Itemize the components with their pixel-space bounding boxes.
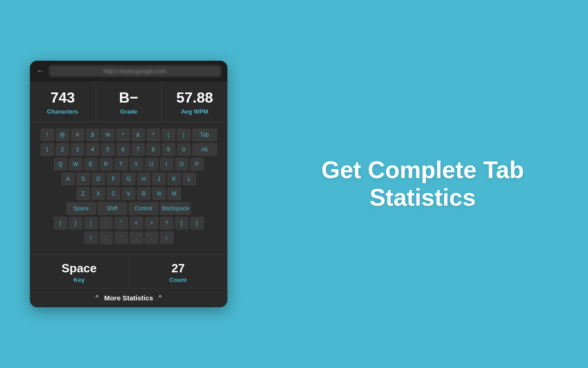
key-s[interactable]: S xyxy=(76,172,90,185)
grade-value: B− xyxy=(101,90,157,106)
key-control[interactable]: Control xyxy=(129,202,158,215)
bottom-count-value: 27 xyxy=(134,261,223,276)
key-t[interactable]: T xyxy=(114,158,128,171)
key-row-qwerty: Q W E R T Y U I O P xyxy=(34,158,223,171)
key-row-2: 1 2 3 4 5 6 7 8 9 0 Alt xyxy=(34,143,223,156)
key-v[interactable]: V xyxy=(122,187,136,200)
key-([interactable]: ( xyxy=(162,128,175,141)
wpm-label: Avg WPM xyxy=(166,108,223,115)
key-h[interactable]: H xyxy=(137,172,151,185)
key-&[interactable]: & xyxy=(131,128,145,141)
browser-bar: ← https://www.google.com xyxy=(30,61,227,81)
key-^[interactable]: ^ xyxy=(116,128,130,141)
key-row-symbols1: { } | : " < > ? [ ] xyxy=(34,217,223,230)
more-stats-bar[interactable]: ^ More Statistics ^ xyxy=(30,288,227,307)
key-rbrace[interactable]: } xyxy=(69,217,83,230)
key-y[interactable]: Y xyxy=(130,158,143,171)
key-j[interactable]: J xyxy=(152,172,166,185)
stats-row: 743 Characters B− Grade 57.88 Avg WPM xyxy=(30,81,227,121)
grade-label: Grade xyxy=(101,108,157,115)
key-8[interactable]: 8 xyxy=(147,143,160,156)
bottom-key-label: Key xyxy=(34,276,124,283)
key-g[interactable]: G xyxy=(122,172,136,185)
key-backslash[interactable]: \ xyxy=(84,231,98,244)
key-l[interactable]: L xyxy=(182,172,196,185)
key-lt[interactable]: < xyxy=(130,217,143,230)
key-i[interactable]: I xyxy=(160,158,174,171)
stat-cell-characters: 743 Characters xyxy=(30,81,96,121)
key-f[interactable]: F xyxy=(107,172,120,185)
key-n[interactable]: N xyxy=(152,187,166,200)
stat-cell-wpm: 57.88 Avg WPM xyxy=(162,81,227,121)
key-e[interactable]: E xyxy=(84,158,98,171)
key-p[interactable]: P xyxy=(190,158,204,171)
key-7[interactable]: 7 xyxy=(131,143,145,156)
characters-label: Characters xyxy=(34,108,91,115)
key-5[interactable]: 5 xyxy=(101,143,115,156)
bottom-stat-count: 27 Count xyxy=(129,255,228,288)
key-d[interactable]: D xyxy=(91,172,105,185)
key-#[interactable]: # xyxy=(71,128,85,141)
key-![interactable]: ! xyxy=(40,128,54,141)
key-slash[interactable]: / xyxy=(160,231,174,244)
bottom-count-label: Count xyxy=(134,276,223,283)
key-semicolon[interactable]: ; xyxy=(99,231,113,244)
key-1[interactable]: 1 xyxy=(40,143,54,156)
key-@[interactable]: @ xyxy=(56,128,69,141)
stat-cell-grade: B− Grade xyxy=(96,81,162,121)
key-$[interactable]: $ xyxy=(86,128,100,141)
key-z[interactable]: Z xyxy=(76,187,90,200)
key-c[interactable]: C xyxy=(107,187,120,200)
key-row-1: ! @ # $ % ^ & * ( ) Tab xyxy=(34,128,223,141)
key-row-asdf: A S D F G H J K L xyxy=(34,172,223,185)
key-rbracket[interactable]: ] xyxy=(190,217,204,230)
key-m[interactable]: M xyxy=(167,187,181,200)
key-comma[interactable]: , xyxy=(130,231,143,244)
key-a[interactable]: A xyxy=(61,172,75,185)
key-w[interactable]: W xyxy=(69,158,83,171)
wpm-value: 57.88 xyxy=(166,90,223,106)
key-backspace[interactable]: Backspace xyxy=(160,202,192,215)
phone-frame: ← https://www.google.com 743 Characters … xyxy=(30,61,227,307)
key-space[interactable]: Space xyxy=(66,202,96,215)
key-b[interactable]: B xyxy=(137,187,151,200)
left-panel: ← https://www.google.com 743 Characters … xyxy=(0,0,257,368)
key-k[interactable]: K xyxy=(167,172,181,185)
key-pipe[interactable]: | xyxy=(84,217,98,230)
key-row-modifiers: Space Shift Control Backspace xyxy=(34,202,223,215)
key-gt[interactable]: > xyxy=(145,217,158,230)
key-shift[interactable]: Shift xyxy=(97,202,127,215)
key-tab[interactable]: Tab xyxy=(192,128,217,141)
key-q[interactable]: Q xyxy=(54,158,68,171)
caret-left-icon: ^ xyxy=(96,294,99,301)
key-period[interactable]: . xyxy=(145,231,158,244)
back-button[interactable]: ← xyxy=(36,66,45,76)
key-9[interactable]: 9 xyxy=(162,143,175,156)
key-x[interactable]: X xyxy=(91,187,105,200)
key-)[interactable]: ) xyxy=(177,128,191,141)
promo-text: Get Complete Tab Statistics xyxy=(308,156,537,212)
key-u[interactable]: U xyxy=(145,158,158,171)
key-question[interactable]: ? xyxy=(160,217,174,230)
key-4[interactable]: 4 xyxy=(86,143,100,156)
key-lbrace[interactable]: { xyxy=(54,217,68,230)
key-row-zxcv: Z X C V B N M xyxy=(34,187,223,200)
key-colon[interactable]: : xyxy=(99,217,113,230)
key-*[interactable]: * xyxy=(147,128,160,141)
key-3[interactable]: 3 xyxy=(71,143,85,156)
key-o[interactable]: O xyxy=(175,158,189,171)
key-2[interactable]: 2 xyxy=(56,143,69,156)
key-6[interactable]: 6 xyxy=(116,143,130,156)
key-alt[interactable]: Alt xyxy=(192,143,217,156)
key-%[interactable]: % xyxy=(101,128,115,141)
key-0[interactable]: 0 xyxy=(177,143,191,156)
bottom-stats: Space Key 27 Count xyxy=(30,254,227,288)
key-lbracket[interactable]: [ xyxy=(175,217,189,230)
url-bar[interactable]: https://www.google.com xyxy=(49,65,221,77)
right-panel: Get Complete Tab Statistics xyxy=(257,138,588,230)
keyboard-section: ! @ # $ % ^ & * ( ) Tab 1 2 3 4 5 6 7 xyxy=(30,122,227,251)
key-apostrophe[interactable]: ' xyxy=(114,231,128,244)
key-quote[interactable]: " xyxy=(114,217,128,230)
key-r[interactable]: R xyxy=(99,158,113,171)
caret-right-icon: ^ xyxy=(158,294,162,301)
